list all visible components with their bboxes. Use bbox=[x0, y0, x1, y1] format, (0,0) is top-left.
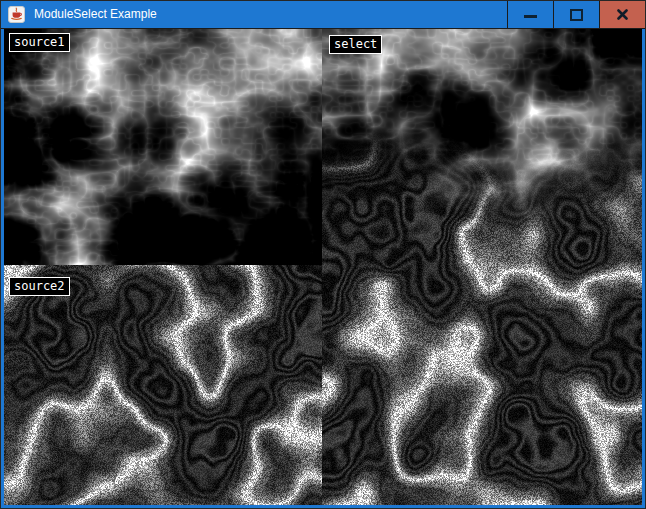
titlebar[interactable]: ModuleSelect Example bbox=[1, 1, 645, 29]
minimize-icon bbox=[524, 15, 537, 18]
source1-image bbox=[4, 29, 322, 265]
source2-image bbox=[4, 265, 322, 505]
maximize-icon bbox=[570, 9, 583, 21]
label-source1: source1 bbox=[9, 33, 70, 52]
close-icon bbox=[617, 9, 628, 20]
label-source2: source2 bbox=[9, 277, 70, 296]
app-window: ModuleSelect Example source1 select sour… bbox=[0, 0, 646, 509]
java-icon bbox=[8, 6, 25, 23]
window-title: ModuleSelect Example bbox=[34, 1, 157, 28]
close-button[interactable] bbox=[599, 1, 645, 28]
maximize-button[interactable] bbox=[553, 1, 599, 28]
minimize-button[interactable] bbox=[507, 1, 553, 28]
content-area: source1 select source2 bbox=[4, 29, 642, 505]
label-select: select bbox=[329, 35, 382, 54]
